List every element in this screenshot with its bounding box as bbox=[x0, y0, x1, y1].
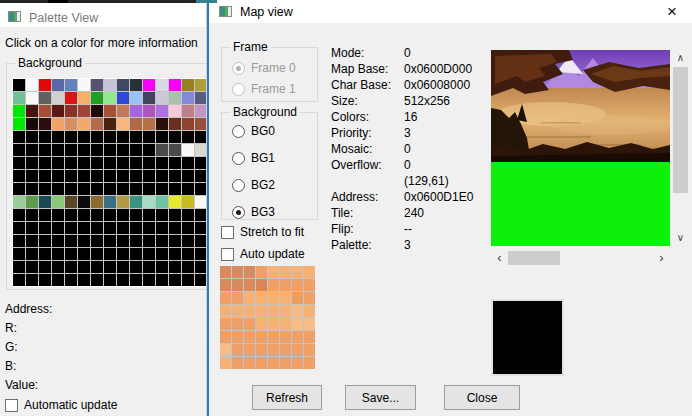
palette-cell[interactable] bbox=[195, 92, 207, 104]
palette-cell[interactable] bbox=[39, 131, 51, 143]
palette-cell[interactable] bbox=[104, 79, 116, 91]
palette-cell[interactable] bbox=[13, 235, 25, 247]
palette-cell[interactable] bbox=[13, 196, 25, 208]
palette-cell[interactable] bbox=[78, 235, 90, 247]
palette-cell[interactable] bbox=[104, 248, 116, 260]
palette-cell[interactable] bbox=[169, 144, 181, 156]
palette-cell[interactable] bbox=[169, 105, 181, 117]
palette-cell[interactable] bbox=[39, 261, 51, 273]
palette-cell[interactable] bbox=[13, 274, 25, 286]
palette-cell[interactable] bbox=[117, 79, 129, 91]
palette-cell[interactable] bbox=[26, 118, 38, 130]
palette-cell[interactable] bbox=[65, 92, 77, 104]
palette-cell[interactable] bbox=[117, 274, 129, 286]
palette-cell[interactable] bbox=[117, 183, 129, 195]
scroll-right-icon[interactable]: › bbox=[653, 250, 670, 266]
palette-cell[interactable] bbox=[130, 261, 142, 273]
palette-cell[interactable] bbox=[143, 157, 155, 169]
bg-radio-bg2[interactable] bbox=[232, 179, 245, 192]
palette-cell[interactable] bbox=[169, 209, 181, 221]
palette-cell[interactable] bbox=[65, 170, 77, 182]
palette-cell[interactable] bbox=[130, 235, 142, 247]
palette-cell[interactable] bbox=[26, 105, 38, 117]
palette-cell[interactable] bbox=[65, 196, 77, 208]
palette-cell[interactable] bbox=[39, 235, 51, 247]
bg-radio-bg3[interactable] bbox=[232, 206, 245, 219]
palette-cell[interactable] bbox=[117, 131, 129, 143]
palette-cell[interactable] bbox=[13, 248, 25, 260]
palette-cell[interactable] bbox=[78, 79, 90, 91]
palette-cell[interactable] bbox=[169, 196, 181, 208]
palette-cell[interactable] bbox=[104, 209, 116, 221]
palette-cell[interactable] bbox=[130, 170, 142, 182]
palette-cell[interactable] bbox=[195, 131, 207, 143]
palette-cell[interactable] bbox=[26, 261, 38, 273]
palette-cell[interactable] bbox=[104, 274, 116, 286]
palette-cell[interactable] bbox=[143, 248, 155, 260]
palette-cell[interactable] bbox=[39, 118, 51, 130]
palette-cell[interactable] bbox=[156, 222, 168, 234]
palette-cell[interactable] bbox=[78, 261, 90, 273]
palette-cell[interactable] bbox=[104, 183, 116, 195]
palette-cell[interactable] bbox=[195, 196, 207, 208]
palette-cell[interactable] bbox=[52, 131, 64, 143]
palette-cell[interactable] bbox=[195, 79, 207, 91]
palette-cell[interactable] bbox=[130, 131, 142, 143]
scroll-left-icon[interactable]: ‹ bbox=[491, 250, 508, 266]
palette-cell[interactable] bbox=[78, 222, 90, 234]
map-preview-image[interactable] bbox=[491, 50, 670, 246]
palette-cell[interactable] bbox=[13, 170, 25, 182]
palette-cell[interactable] bbox=[52, 248, 64, 260]
palette-cell[interactable] bbox=[104, 261, 116, 273]
stretch-to-fit-checkbox[interactable] bbox=[221, 226, 234, 239]
palette-cell[interactable] bbox=[13, 144, 25, 156]
palette-cell[interactable] bbox=[26, 92, 38, 104]
map-vertical-scrollbar[interactable]: ∧ ∨ bbox=[672, 50, 689, 246]
palette-cell[interactable] bbox=[78, 105, 90, 117]
palette-cell[interactable] bbox=[52, 144, 64, 156]
palette-cell[interactable] bbox=[156, 196, 168, 208]
palette-cell[interactable] bbox=[117, 105, 129, 117]
palette-cell[interactable] bbox=[52, 274, 64, 286]
palette-cell[interactable] bbox=[143, 144, 155, 156]
palette-cell[interactable] bbox=[169, 222, 181, 234]
palette-cell[interactable] bbox=[182, 261, 194, 273]
palette-cell[interactable] bbox=[91, 248, 103, 260]
palette-cell[interactable] bbox=[39, 92, 51, 104]
palette-cell[interactable] bbox=[13, 92, 25, 104]
palette-cell[interactable] bbox=[65, 222, 77, 234]
palette-cell[interactable] bbox=[195, 235, 207, 247]
palette-cell[interactable] bbox=[26, 235, 38, 247]
palette-cell[interactable] bbox=[65, 144, 77, 156]
palette-cell[interactable] bbox=[169, 183, 181, 195]
palette-cell[interactable] bbox=[39, 157, 51, 169]
palette-cell[interactable] bbox=[13, 131, 25, 143]
palette-cell[interactable] bbox=[26, 222, 38, 234]
palette-cell[interactable] bbox=[65, 118, 77, 130]
palette-cell[interactable] bbox=[195, 183, 207, 195]
vertical-scroll-thumb[interactable] bbox=[673, 67, 688, 193]
palette-titlebar[interactable]: Palette View bbox=[0, 3, 206, 27]
palette-cell[interactable] bbox=[78, 183, 90, 195]
palette-cell[interactable] bbox=[65, 131, 77, 143]
palette-cell[interactable] bbox=[65, 79, 77, 91]
palette-cell[interactable] bbox=[26, 183, 38, 195]
palette-cell[interactable] bbox=[156, 92, 168, 104]
palette-cell[interactable] bbox=[26, 144, 38, 156]
palette-cell[interactable] bbox=[104, 144, 116, 156]
palette-cell[interactable] bbox=[169, 261, 181, 273]
palette-cell[interactable] bbox=[26, 79, 38, 91]
palette-cell[interactable] bbox=[78, 248, 90, 260]
palette-cell[interactable] bbox=[65, 105, 77, 117]
palette-cell[interactable] bbox=[130, 157, 142, 169]
palette-cell[interactable] bbox=[143, 105, 155, 117]
scroll-up-icon[interactable]: ∧ bbox=[672, 50, 689, 66]
palette-cell[interactable] bbox=[13, 79, 25, 91]
palette-cell[interactable] bbox=[65, 157, 77, 169]
palette-cell[interactable] bbox=[91, 131, 103, 143]
palette-cell[interactable] bbox=[39, 274, 51, 286]
palette-cell[interactable] bbox=[117, 222, 129, 234]
palette-cell[interactable] bbox=[130, 144, 142, 156]
palette-cell[interactable] bbox=[117, 170, 129, 182]
palette-cell[interactable] bbox=[143, 235, 155, 247]
